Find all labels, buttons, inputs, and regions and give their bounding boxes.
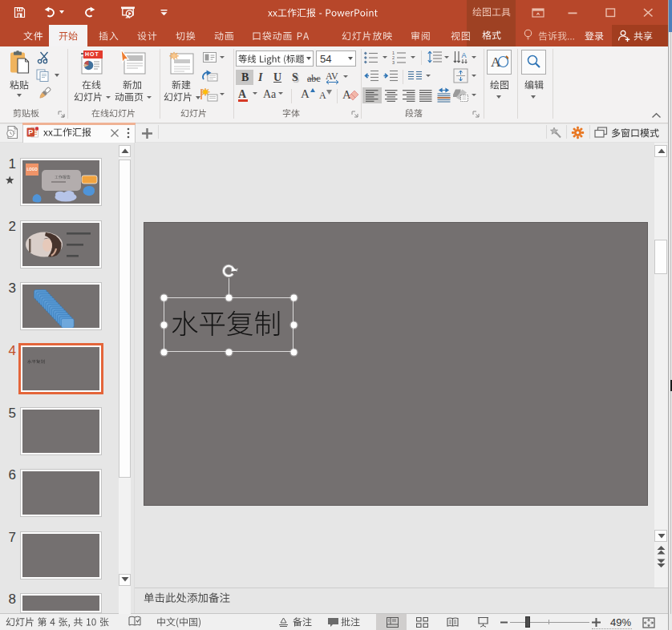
svg-text:A: A [462,51,467,59]
svg-text:A: A [491,55,501,70]
svg-text:3: 3 [392,60,395,64]
svg-text:LOGO: LOGO [27,168,38,172]
svg-text:P: P [28,128,33,136]
